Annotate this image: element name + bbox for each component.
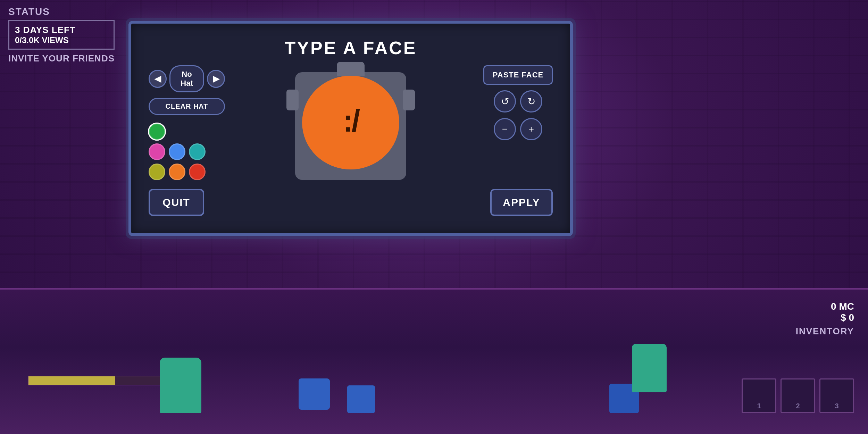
apply-button[interactable]: APPLY — [490, 189, 553, 216]
inventory-slots: 1 2 3 — [742, 378, 854, 413]
progress-bar-fill — [28, 376, 115, 385]
screen-title: TYPE A FACE — [149, 37, 553, 58]
status-panel: STATUS 3 DAYS LEFT 0/3.0K VIEWS INVITE Y… — [0, 0, 123, 70]
status-box: 3 DAYS LEFT 0/3.0K VIEWS — [8, 20, 115, 50]
character-teal-right — [632, 344, 667, 392]
character-body-left — [160, 358, 201, 413]
currency-mc: 0 MC — [796, 301, 854, 312]
color-grid — [149, 123, 204, 180]
status-views: 0/3.0K VIEWS — [15, 35, 108, 45]
quit-button[interactable]: QUIT — [149, 189, 204, 216]
undo-button[interactable]: ↺ — [494, 90, 516, 112]
status-label: STATUS — [8, 6, 115, 17]
increase-button[interactable]: + — [520, 118, 542, 140]
slot-number-2: 2 — [796, 402, 800, 410]
hat-prev-button[interactable]: ◀ — [149, 70, 167, 88]
floor — [0, 288, 868, 434]
color-swatch-orange[interactable] — [169, 164, 185, 180]
decrease-button[interactable]: − — [494, 118, 516, 140]
face-preview: :/ — [292, 62, 410, 180]
hat-selector: ◀ No Hat ▶ — [149, 65, 225, 92]
currency-display: 0 MC $ 0 INVENTORY — [796, 301, 854, 337]
slot-number-3: 3 — [835, 402, 838, 410]
robot-ear-left — [286, 90, 299, 110]
hat-next-button[interactable]: ▶ — [207, 70, 225, 88]
main-screen: TYPE A FACE ◀ No Hat ▶ CLEAR HAT — [128, 21, 573, 236]
hat-display: No Hat — [169, 65, 204, 92]
color-swatch-yellow[interactable] — [149, 164, 165, 180]
color-swatch-pink[interactable] — [149, 143, 165, 160]
inventory-slot-1[interactable]: 1 — [742, 378, 776, 413]
slot-number-1: 1 — [757, 402, 761, 410]
left-panel: ◀ No Hat ▶ CLEAR HAT — [149, 65, 225, 180]
face-circle: :/ — [302, 76, 399, 169]
right-panel: PASTE FACE ↺ ↻ − + — [483, 65, 553, 140]
progress-bar — [28, 376, 174, 385]
robot-top — [337, 62, 365, 76]
blue-cube-1 — [299, 378, 330, 410]
inventory-slot-3[interactable]: 3 — [819, 378, 854, 413]
color-swatch-teal[interactable] — [189, 143, 206, 160]
currency-usd: $ 0 — [796, 312, 854, 323]
status-days: 3 DAYS LEFT — [15, 25, 108, 35]
inventory-label: INVENTORY — [796, 326, 854, 337]
color-swatch-blue[interactable] — [169, 143, 185, 160]
character-teal-left — [160, 358, 201, 413]
undo-redo-row: ↺ ↻ — [494, 90, 542, 112]
minus-plus-row: − + — [494, 118, 542, 140]
color-swatch-red[interactable] — [189, 164, 206, 180]
face-expression: :/ — [343, 105, 359, 136]
redo-button[interactable]: ↻ — [520, 90, 542, 112]
color-swatch-green[interactable] — [149, 123, 165, 140]
clear-hat-button[interactable]: CLEAR HAT — [149, 98, 225, 115]
invite-text: INVITE YOUR FRIENDS — [8, 53, 115, 64]
robot-ear-right — [403, 90, 415, 110]
robot-head: :/ — [292, 62, 410, 180]
inventory-slot-2[interactable]: 2 — [781, 378, 815, 413]
paste-face-button[interactable]: PASTE FACE — [483, 65, 553, 85]
blue-cube-2 — [347, 385, 375, 413]
